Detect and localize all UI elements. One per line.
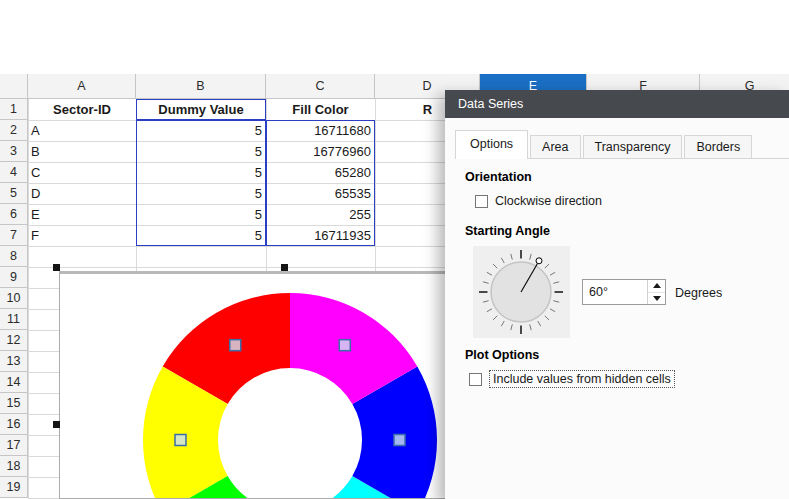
cell-B6[interactable]: 5 (136, 204, 266, 225)
clockwise-direction-checkbox[interactable]: Clockwise direction (475, 194, 602, 208)
chart-object[interactable] (59, 271, 511, 499)
series-point-handle-E[interactable] (394, 435, 405, 446)
cell-B4[interactable]: 5 (136, 162, 266, 183)
series-point-handle-A[interactable] (230, 340, 241, 351)
chart-resize-handle[interactable] (53, 421, 60, 428)
row-header-13[interactable]: 13 (0, 351, 28, 372)
row-header-10[interactable]: 10 (0, 288, 28, 309)
cell-A6[interactable]: E (28, 204, 136, 225)
cell-C5[interactable]: 65535 (266, 183, 375, 204)
libreoffice-calc-chart-edit-window: ↶ ↷ Data Series 'Dummy Valu A (0, 0, 789, 499)
angle-spinner[interactable]: 60° (582, 279, 666, 305)
cell-B1[interactable]: Dummy Value (136, 99, 266, 120)
column-header-A[interactable]: A (28, 74, 136, 99)
row-header-1[interactable]: 1 (0, 99, 28, 120)
starting-angle-heading: Starting Angle (465, 224, 550, 238)
tab-transparency[interactable]: Transparency (583, 135, 683, 159)
include-hidden-cells-label: Include values from hidden cells (489, 370, 675, 388)
cell-B3[interactable]: 5 (136, 141, 266, 162)
series-point-handle-B[interactable] (175, 435, 186, 446)
dialog-title: Data Series (458, 97, 523, 111)
row-header-14[interactable]: 14 (0, 372, 28, 393)
row-header-17[interactable]: 17 (0, 435, 28, 456)
dialog-titlebar[interactable]: Data Series (445, 90, 789, 118)
plot-options-heading: Plot Options (465, 348, 539, 362)
dial-needle-tip[interactable] (536, 258, 542, 264)
orientation-heading: Orientation (465, 170, 532, 184)
degrees-label: Degrees (675, 286, 722, 300)
cell-C4[interactable]: 65280 (266, 162, 375, 183)
row-header-18[interactable]: 18 (0, 456, 28, 477)
angle-value[interactable]: 60° (583, 280, 647, 304)
spin-down-button[interactable] (648, 292, 665, 305)
cell-A1[interactable]: Sector-ID (28, 99, 136, 120)
chart-resize-handle[interactable] (281, 264, 288, 271)
dialog-tabs: OptionsAreaTransparencyBorders (455, 130, 754, 159)
series-point-handle-F[interactable] (339, 340, 350, 351)
include-hidden-cells-checkbox[interactable]: Include values from hidden cells (469, 370, 675, 388)
row-header-11[interactable]: 11 (0, 309, 28, 330)
row-header-12[interactable]: 12 (0, 330, 28, 351)
row-header-9[interactable]: 9 (0, 267, 28, 288)
row-header-16[interactable]: 16 (0, 414, 28, 435)
row-header-19[interactable]: 19 (0, 477, 28, 498)
column-header-C[interactable]: C (266, 74, 375, 99)
select-all-corner[interactable] (0, 74, 28, 99)
tab-options[interactable]: Options (455, 130, 528, 159)
starting-angle-dial[interactable] (473, 246, 570, 338)
clockwise-direction-label: Clockwise direction (495, 194, 602, 208)
cell-C7[interactable]: 16711935 (266, 225, 375, 246)
cell-B7[interactable]: 5 (136, 225, 266, 246)
spin-up-button[interactable] (648, 280, 665, 292)
cell-A7[interactable]: F (28, 225, 136, 246)
cell-B5[interactable]: 5 (136, 183, 266, 204)
cell-C3[interactable]: 16776960 (266, 141, 375, 162)
down-arrow-icon (653, 296, 661, 301)
cell-A3[interactable]: B (28, 141, 136, 162)
checkbox-icon[interactable] (475, 195, 488, 208)
cell-B2[interactable]: 5 (136, 120, 266, 141)
data-series-dialog: Data Series OptionsAreaTransparencyBorde… (445, 90, 789, 499)
checkbox-icon[interactable] (469, 373, 482, 386)
up-arrow-icon (653, 283, 661, 288)
chart-resize-handle[interactable] (53, 264, 60, 271)
cell-C1[interactable]: Fill Color (266, 99, 375, 120)
column-header-B[interactable]: B (136, 74, 266, 99)
row-header-2[interactable]: 2 (0, 120, 28, 141)
tab-borders[interactable]: Borders (684, 135, 752, 159)
row-header-15[interactable]: 15 (0, 393, 28, 414)
tab-area[interactable]: Area (530, 135, 580, 159)
cell-A5[interactable]: D (28, 183, 136, 204)
cell-C2[interactable]: 16711680 (266, 120, 375, 141)
row-header-7[interactable]: 7 (0, 225, 28, 246)
donut-chart (60, 274, 511, 499)
row-header-8[interactable]: 8 (0, 246, 28, 267)
row-header-5[interactable]: 5 (0, 183, 28, 204)
cell-C6[interactable]: 255 (266, 204, 375, 225)
cell-A4[interactable]: C (28, 162, 136, 183)
row-header-6[interactable]: 6 (0, 204, 28, 225)
row-header-4[interactable]: 4 (0, 162, 28, 183)
cell-A2[interactable]: A (28, 120, 136, 141)
row-header-3[interactable]: 3 (0, 141, 28, 162)
